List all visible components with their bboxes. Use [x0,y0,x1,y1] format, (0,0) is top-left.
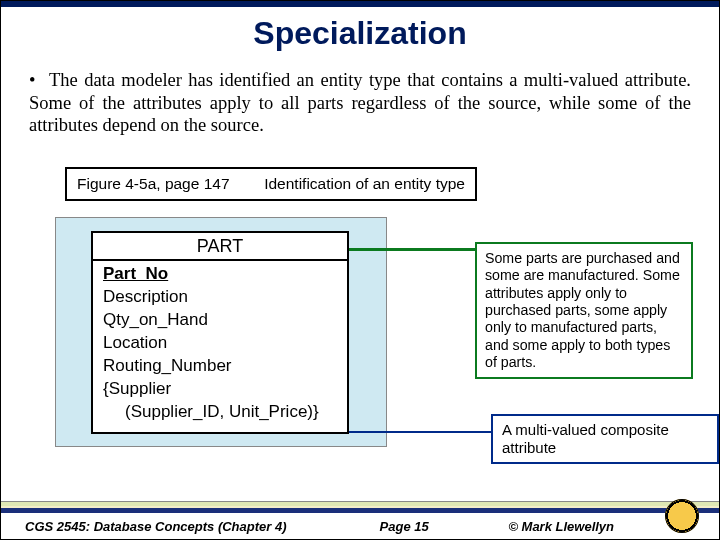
entity-attr: Description [103,286,337,309]
slide-title: Specialization [1,15,719,52]
callout-connector-2 [349,431,491,433]
entity-attr: Qty_on_Hand [103,309,337,332]
entity-name: PART [93,233,347,259]
entity-attr: Routing_Number [103,355,337,378]
body-text: The data modeler has identified an entit… [29,70,691,135]
footer-page: Page 15 [320,519,489,534]
callout-multivalued: A multi-valued composite attribute [491,414,719,464]
entity-box: PART Part_No Description Qty_on_Hand Loc… [91,231,349,434]
footer-course: CGS 2545: Database Concepts (Chapter 4) [1,519,320,534]
entity-attr: Location [103,332,337,355]
footer-decor [1,501,719,511]
figure-label-box: Figure 4-5a, page 147 Identification of … [65,167,477,201]
callout-connector [349,248,475,251]
entity-multivalued-outer: {Supplier [103,378,337,401]
body-paragraph: • The data modeler has identified an ent… [29,69,691,137]
entity-multivalued-inner: (Supplier_ID, Unit_Price)} [103,401,337,424]
entity-pk: Part_No [103,263,337,286]
callout-explanation: Some parts are purchased and some are ma… [475,242,693,379]
slide: Specialization • The data modeler has id… [0,0,720,540]
figure-caption: Identification of an entity type [264,175,465,192]
entity-attributes: Part_No Description Qty_on_Hand Location… [93,259,347,432]
footer: CGS 2545: Database Concepts (Chapter 4) … [1,501,719,539]
top-rule [1,1,719,7]
figure-ref: Figure 4-5a, page 147 [77,175,230,192]
ucf-logo-icon [665,499,699,533]
bullet-icon: • [29,69,43,92]
